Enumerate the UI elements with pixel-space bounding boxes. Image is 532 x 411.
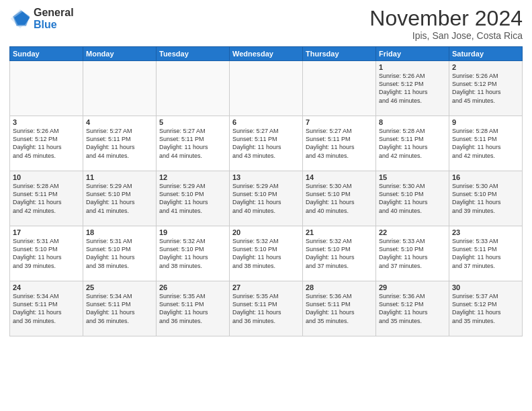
day-info: Sunrise: 5:35 AM Sunset: 5:11 PM Dayligh…	[159, 292, 226, 325]
table-row: 27Sunrise: 5:35 AM Sunset: 5:11 PM Dayli…	[230, 281, 303, 336]
day-info: Sunrise: 5:35 AM Sunset: 5:11 PM Dayligh…	[232, 292, 300, 325]
table-row: 9Sunrise: 5:28 AM Sunset: 5:11 PM Daylig…	[449, 116, 523, 171]
table-row: 18Sunrise: 5:31 AM Sunset: 5:10 PM Dayli…	[83, 226, 157, 281]
day-number: 22	[379, 228, 446, 236]
day-number: 13	[232, 173, 300, 181]
day-number: 30	[452, 283, 519, 291]
day-number: 15	[379, 173, 446, 181]
day-info: Sunrise: 5:29 AM Sunset: 5:10 PM Dayligh…	[86, 182, 153, 215]
day-number: 24	[13, 283, 80, 291]
table-row: 13Sunrise: 5:29 AM Sunset: 5:10 PM Dayli…	[230, 171, 303, 226]
table-row: 20Sunrise: 5:32 AM Sunset: 5:10 PM Dayli…	[230, 226, 303, 281]
table-row: 6Sunrise: 5:27 AM Sunset: 5:11 PM Daylig…	[230, 116, 303, 171]
day-number: 8	[379, 118, 446, 126]
day-number: 14	[306, 173, 373, 181]
table-row: 15Sunrise: 5:30 AM Sunset: 5:10 PM Dayli…	[376, 171, 449, 226]
day-number: 12	[159, 173, 226, 181]
day-number: 1	[379, 63, 446, 71]
day-info: Sunrise: 5:32 AM Sunset: 5:10 PM Dayligh…	[306, 237, 373, 270]
calendar-header-row: Sunday Monday Tuesday Wednesday Thursday…	[10, 47, 523, 61]
day-number: 6	[232, 118, 300, 126]
day-info: Sunrise: 5:33 AM Sunset: 5:10 PM Dayligh…	[379, 237, 446, 270]
table-row	[10, 61, 83, 116]
day-number: 20	[232, 228, 300, 236]
table-row: 19Sunrise: 5:32 AM Sunset: 5:10 PM Dayli…	[157, 226, 230, 281]
table-row: 28Sunrise: 5:36 AM Sunset: 5:11 PM Dayli…	[303, 281, 376, 336]
calendar-week-row: 17Sunrise: 5:31 AM Sunset: 5:10 PM Dayli…	[10, 226, 523, 281]
day-info: Sunrise: 5:27 AM Sunset: 5:11 PM Dayligh…	[159, 127, 226, 160]
table-row: 12Sunrise: 5:29 AM Sunset: 5:10 PM Dayli…	[157, 171, 230, 226]
day-info: Sunrise: 5:34 AM Sunset: 5:11 PM Dayligh…	[13, 292, 80, 325]
table-row: 25Sunrise: 5:34 AM Sunset: 5:11 PM Dayli…	[83, 281, 157, 336]
day-info: Sunrise: 5:27 AM Sunset: 5:11 PM Dayligh…	[306, 127, 373, 160]
day-number: 21	[306, 228, 373, 236]
table-row: 29Sunrise: 5:36 AM Sunset: 5:12 PM Dayli…	[376, 281, 449, 336]
col-sunday: Sunday	[10, 47, 83, 61]
calendar-table: Sunday Monday Tuesday Wednesday Thursday…	[9, 46, 523, 336]
col-thursday: Thursday	[303, 47, 376, 61]
day-info: Sunrise: 5:32 AM Sunset: 5:10 PM Dayligh…	[232, 237, 300, 270]
table-row: 4Sunrise: 5:27 AM Sunset: 5:11 PM Daylig…	[83, 116, 157, 171]
day-info: Sunrise: 5:27 AM Sunset: 5:11 PM Dayligh…	[86, 127, 153, 160]
table-row: 14Sunrise: 5:30 AM Sunset: 5:10 PM Dayli…	[303, 171, 376, 226]
day-number: 26	[159, 283, 226, 291]
logo: General Blue	[9, 7, 74, 30]
day-number: 5	[159, 118, 226, 126]
day-info: Sunrise: 5:29 AM Sunset: 5:10 PM Dayligh…	[159, 182, 226, 215]
table-row: 7Sunrise: 5:27 AM Sunset: 5:11 PM Daylig…	[303, 116, 376, 171]
calendar-week-row: 3Sunrise: 5:26 AM Sunset: 5:12 PM Daylig…	[10, 116, 523, 171]
day-info: Sunrise: 5:28 AM Sunset: 5:11 PM Dayligh…	[379, 127, 446, 160]
table-row: 10Sunrise: 5:28 AM Sunset: 5:11 PM Dayli…	[10, 171, 83, 226]
day-number: 16	[452, 173, 519, 181]
logo-blue-text: Blue	[34, 19, 74, 31]
day-number: 4	[86, 118, 153, 126]
day-info: Sunrise: 5:36 AM Sunset: 5:12 PM Dayligh…	[379, 292, 446, 325]
col-wednesday: Wednesday	[230, 47, 303, 61]
day-number: 9	[452, 118, 519, 126]
day-info: Sunrise: 5:28 AM Sunset: 5:11 PM Dayligh…	[452, 127, 519, 160]
table-row: 24Sunrise: 5:34 AM Sunset: 5:11 PM Dayli…	[10, 281, 83, 336]
day-number: 3	[13, 118, 80, 126]
table-row: 23Sunrise: 5:33 AM Sunset: 5:11 PM Dayli…	[449, 226, 523, 281]
table-row: 2Sunrise: 5:26 AM Sunset: 5:12 PM Daylig…	[449, 61, 523, 116]
title-block: November 2024 Ipis, San Jose, Costa Rica	[369, 7, 523, 41]
table-row	[230, 61, 303, 116]
day-info: Sunrise: 5:33 AM Sunset: 5:11 PM Dayligh…	[452, 237, 519, 270]
day-number: 25	[86, 283, 153, 291]
table-row: 26Sunrise: 5:35 AM Sunset: 5:11 PM Dayli…	[157, 281, 230, 336]
day-info: Sunrise: 5:30 AM Sunset: 5:10 PM Dayligh…	[452, 182, 519, 215]
day-number: 7	[306, 118, 373, 126]
day-number: 17	[13, 228, 80, 236]
day-info: Sunrise: 5:29 AM Sunset: 5:10 PM Dayligh…	[232, 182, 300, 215]
day-number: 18	[86, 228, 153, 236]
col-saturday: Saturday	[449, 47, 523, 61]
day-number: 23	[452, 228, 519, 236]
day-info: Sunrise: 5:26 AM Sunset: 5:12 PM Dayligh…	[452, 72, 519, 105]
day-info: Sunrise: 5:31 AM Sunset: 5:10 PM Dayligh…	[86, 237, 153, 270]
day-number: 10	[13, 173, 80, 181]
table-row: 16Sunrise: 5:30 AM Sunset: 5:10 PM Dayli…	[449, 171, 523, 226]
table-row: 8Sunrise: 5:28 AM Sunset: 5:11 PM Daylig…	[376, 116, 449, 171]
day-number: 28	[306, 283, 373, 291]
day-info: Sunrise: 5:27 AM Sunset: 5:11 PM Dayligh…	[232, 127, 300, 160]
day-info: Sunrise: 5:36 AM Sunset: 5:11 PM Dayligh…	[306, 292, 373, 325]
day-number: 27	[232, 283, 300, 291]
day-info: Sunrise: 5:26 AM Sunset: 5:12 PM Dayligh…	[13, 127, 80, 160]
table-row: 30Sunrise: 5:37 AM Sunset: 5:12 PM Dayli…	[449, 281, 523, 336]
day-info: Sunrise: 5:30 AM Sunset: 5:10 PM Dayligh…	[306, 182, 373, 215]
table-row: 1Sunrise: 5:26 AM Sunset: 5:12 PM Daylig…	[376, 61, 449, 116]
logo-general-text: General	[34, 7, 74, 19]
table-row: 17Sunrise: 5:31 AM Sunset: 5:10 PM Dayli…	[10, 226, 83, 281]
day-info: Sunrise: 5:26 AM Sunset: 5:12 PM Dayligh…	[379, 72, 446, 105]
table-row	[83, 61, 157, 116]
table-row: 22Sunrise: 5:33 AM Sunset: 5:10 PM Dayli…	[376, 226, 449, 281]
day-number: 19	[159, 228, 226, 236]
table-row	[303, 61, 376, 116]
calendar-week-row: 1Sunrise: 5:26 AM Sunset: 5:12 PM Daylig…	[10, 61, 523, 116]
location-subtitle: Ipis, San Jose, Costa Rica	[369, 30, 523, 41]
day-number: 2	[452, 63, 519, 71]
day-info: Sunrise: 5:30 AM Sunset: 5:10 PM Dayligh…	[379, 182, 446, 215]
table-row: 11Sunrise: 5:29 AM Sunset: 5:10 PM Dayli…	[83, 171, 157, 226]
table-row	[157, 61, 230, 116]
page: General Blue November 2024 Ipis, San Jos…	[0, 0, 532, 411]
